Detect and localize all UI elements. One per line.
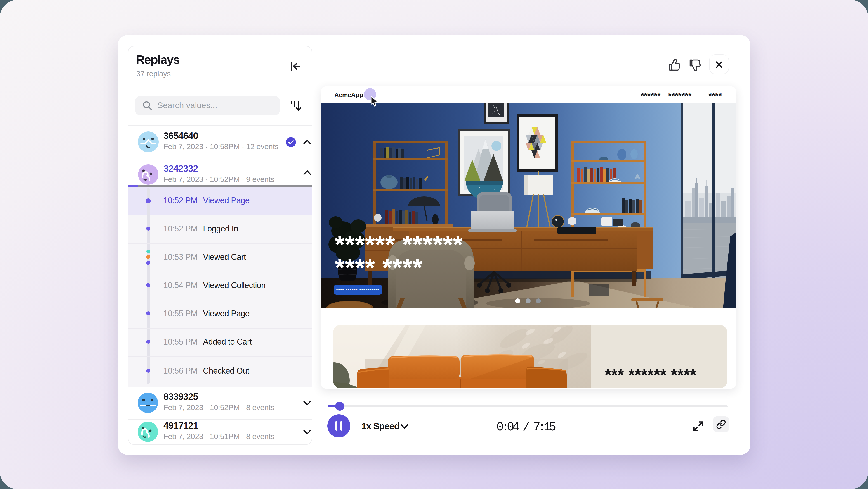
svg-text:**** ****: **** **** [335,254,423,282]
svg-text:**** ****** **********: **** ****** ********** [336,288,379,293]
